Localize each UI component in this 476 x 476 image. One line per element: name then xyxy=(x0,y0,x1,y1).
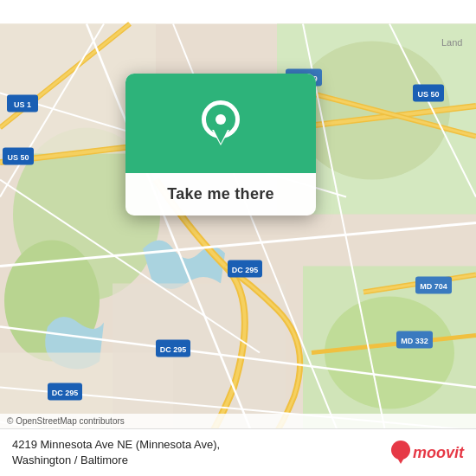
address-line1: 4219 Minnesota Ave NE (Minnesota Ave), xyxy=(12,438,220,451)
svg-text:US 50: US 50 xyxy=(417,90,439,99)
svg-text:DC 295: DC 295 xyxy=(160,345,187,354)
svg-text:US 50: US 50 xyxy=(7,153,29,162)
svg-text:MD 332: MD 332 xyxy=(401,337,428,345)
map-background: US 1 US 50 US 50 DC 295 DC 295 DC 295 MD… xyxy=(0,0,476,476)
svg-point-6 xyxy=(325,297,454,409)
svg-text:MD 704: MD 704 xyxy=(420,282,447,291)
svg-text:Land: Land xyxy=(441,37,462,48)
svg-text:US 1: US 1 xyxy=(14,100,31,109)
map-container: US 1 US 50 US 50 DC 295 DC 295 DC 295 MD… xyxy=(0,0,476,476)
address-display: 4219 Minnesota Ave NE (Minnesota Ave), W… xyxy=(12,437,391,468)
take-me-there-button[interactable]: Take me there xyxy=(167,185,274,203)
bottom-bar: 4219 Minnesota Ave NE (Minnesota Ave), W… xyxy=(0,428,476,476)
svg-text:DC 295: DC 295 xyxy=(232,266,259,274)
moovit-pin-icon xyxy=(391,441,410,465)
moovit-logo: moovit xyxy=(391,441,464,465)
attribution-bar: © OpenStreetMap contributors xyxy=(0,414,476,428)
attribution-text: © OpenStreetMap contributors xyxy=(7,416,125,426)
moovit-logo-text: moovit xyxy=(413,444,464,462)
popup-button-area: Take me there xyxy=(125,173,316,215)
popup-header xyxy=(125,74,316,173)
address-line2: Washington / Baltimore xyxy=(12,453,128,466)
popup-card: Take me there xyxy=(125,74,316,215)
svg-text:DC 295: DC 295 xyxy=(52,389,79,397)
location-pin-icon xyxy=(202,100,240,147)
